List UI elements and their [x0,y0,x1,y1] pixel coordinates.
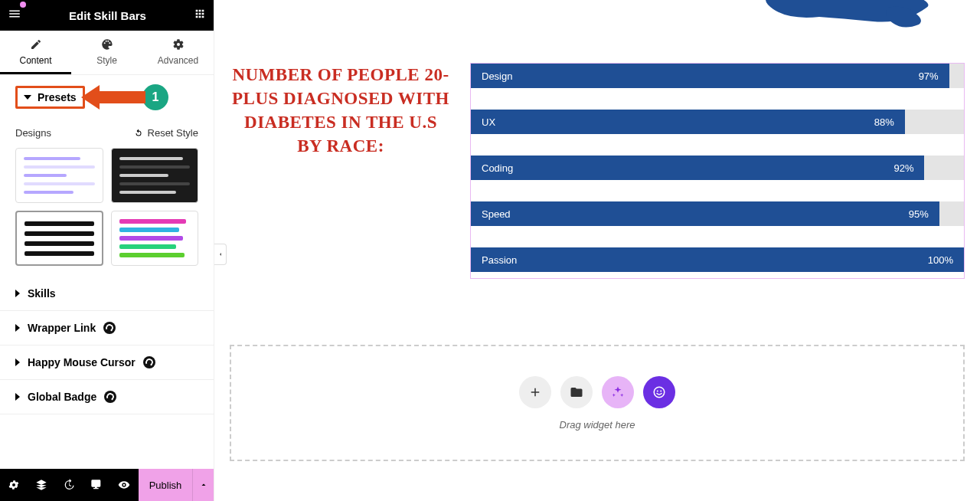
undo-icon [134,129,143,138]
map-image [766,0,934,34]
section-presets: Presets 1 Designs Reset Style [0,75,214,277]
designs-label: Designs [15,127,51,139]
tab-style[interactable]: Style [71,31,142,74]
reset-style-label: Reset Style [148,127,198,139]
happyaddons-icon [103,322,116,334]
section-wrapper-link[interactable]: Wrapper Link [0,311,214,345]
caret-right-icon [15,324,20,332]
editor-canvas: NUMBER OF PEOPLE 20-PLUS DIAGNOSED WITH … [214,0,980,501]
skill-bars-widget[interactable]: Design97%UX88%Coding92%Speed95%Passion10… [470,63,965,279]
notification-dot-icon [20,2,26,8]
dropzone-label: Drag widget here [560,419,635,431]
apps-grid-icon[interactable] [194,8,206,23]
tab-advanced-label: Advanced [158,55,198,66]
skill-bar-label: Passion [482,254,517,266]
skill-bar: Design97% [471,64,964,88]
section-happy-mouse-label: Happy Mouse Cursor [28,356,136,368]
design-preset-1[interactable] [15,148,103,203]
skill-bar-value: 88% [874,116,894,128]
skill-bar-label: UX [482,116,495,128]
caret-down-icon [24,95,31,100]
skill-bar: Speed95% [471,201,964,226]
presets-label: Presets [38,91,77,103]
responsive-icon[interactable] [83,469,110,501]
skill-bar-value: 100% [928,254,953,266]
empty-section-dropzone[interactable]: Drag widget here [230,345,965,461]
skill-bar-value: 92% [893,162,913,174]
design-preset-4[interactable] [111,211,199,266]
tab-content[interactable]: Content [0,31,71,74]
skill-bar-label: Design [482,70,512,82]
tab-style-label: Style [96,55,117,66]
skill-bar: UX88% [471,110,964,134]
publish-options-button[interactable] [192,469,214,501]
presets-toggle[interactable]: Presets [15,86,85,109]
skill-bar: Coding92% [471,156,964,180]
section-global-badge[interactable]: Global Badge [0,380,214,414]
panel-body: Presets 1 Designs Reset Style [0,75,214,469]
tab-content-label: Content [19,55,51,66]
settings-icon[interactable] [0,469,28,501]
section-happy-mouse[interactable]: Happy Mouse Cursor [0,345,214,380]
svg-point-2 [660,390,662,391]
history-icon[interactable] [55,469,83,501]
section-skills-label: Skills [28,287,56,300]
template-library-button[interactable] [560,376,593,408]
section-global-badge-label: Global Badge [28,391,96,403]
svg-point-0 [654,387,665,398]
design-preset-2[interactable] [111,148,199,203]
skill-bar-label: Speed [482,208,511,220]
skill-bar: Passion100% [471,247,964,272]
editor-sidebar: Edit Skill Bars Content Style Advanced [0,0,214,501]
collapse-sidebar-button[interactable] [214,244,227,265]
caret-right-icon [15,393,20,401]
section-wrapper-link-label: Wrapper Link [28,322,96,334]
tab-advanced[interactable]: Advanced [142,31,214,74]
design-presets-grid [15,148,198,266]
ai-button[interactable] [602,376,634,408]
preview-icon[interactable] [110,469,138,501]
caret-right-icon [15,359,20,366]
sidebar-title: Edit Skill Bars [21,9,194,22]
add-section-button[interactable] [519,376,551,408]
svg-point-1 [657,390,658,391]
editor-tabs: Content Style Advanced [0,31,214,75]
reset-style-button[interactable]: Reset Style [134,127,198,139]
design-preset-3[interactable] [15,211,103,266]
chart-heading: NUMBER OF PEOPLE 20-PLUS DIAGNOSED WITH … [230,63,452,158]
bottom-toolbar: Publish [0,469,214,501]
section-skills[interactable]: Skills [0,277,214,311]
menu-icon[interactable] [8,7,21,24]
skill-bar-label: Coding [482,162,513,174]
navigator-icon[interactable] [28,469,55,501]
skill-bar-value: 95% [909,208,929,220]
annotation-step-badge: 1 [142,84,168,110]
caret-right-icon [15,290,20,297]
sidebar-header: Edit Skill Bars [0,0,214,31]
happyaddons-button[interactable] [643,376,675,408]
skill-bar-value: 97% [919,70,939,82]
publish-button[interactable]: Publish [139,469,192,501]
annotation-arrow: 1 [100,84,168,110]
happyaddons-icon [104,391,116,403]
happyaddons-icon [143,356,155,368]
